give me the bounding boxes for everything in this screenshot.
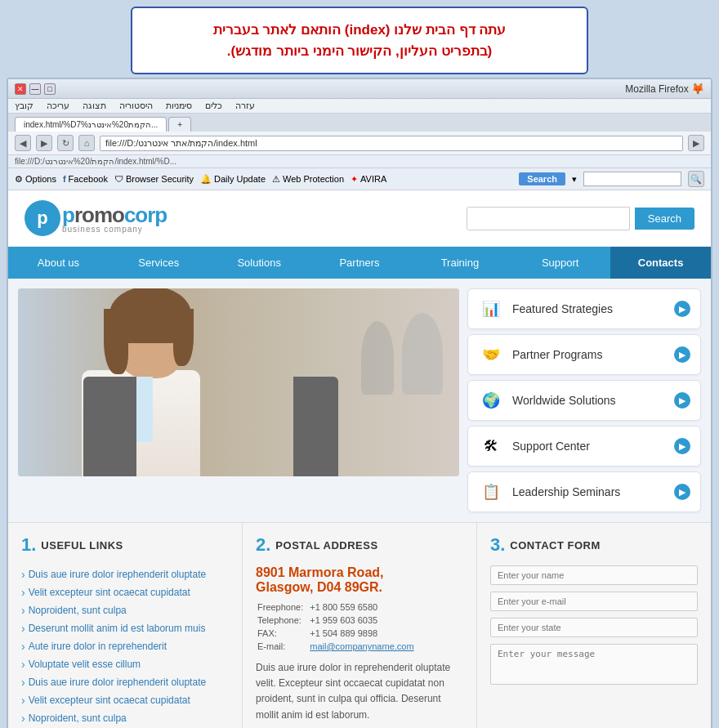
nav-solutions[interactable]: Solutions [209,247,310,279]
toolbar-options[interactable]: ⚙ Options [15,174,56,185]
site-header: p promocorp business company Search [8,190,711,247]
partner-programs-label: Partner Programs [512,348,666,361]
menu-history[interactable]: היסטוריה [119,100,153,111]
sidebar-cards: 📊 Featured Strategies ▶ 🤝 Partner Progra… [459,288,701,512]
contact-number: 3. [490,534,505,556]
nav-services[interactable]: Services [109,247,209,279]
contact-title: CONTACT FORM [510,539,600,552]
search-area: Search [467,207,694,230]
maximize-btn[interactable]: □ [44,83,56,95]
site-logo: p promocorp business company [25,200,167,236]
security-icon: 🛡 [114,174,123,184]
support-center-icon: 🛠 [478,433,504,459]
contact-form [490,565,698,693]
menu-bookmarks[interactable]: סימניות [166,100,192,111]
message-textarea[interactable] [490,644,698,685]
telephone-label: Telephone: [257,614,308,626]
state-input[interactable] [490,618,698,637]
card-worldwide-solutions[interactable]: 🌍 Worldwide Solutions ▶ [467,380,701,421]
useful-links-list: Duis aue irure dolor irephenderit olupta… [21,565,229,727]
toolbar-dailyupdate[interactable]: 🔔 Daily Update [200,174,266,185]
nav-contacts[interactable]: Contacts [610,247,711,279]
contact-form-header: 3. CONTACT FORM [490,534,698,556]
options-icon: ⚙ [15,174,23,185]
card-support-center[interactable]: 🛠 Support Center ▶ [467,426,701,467]
freephone-label: Freephone: [257,601,308,613]
address-field[interactable]: file:///D:/הקמת/אתר אינטרנט/index.html [100,136,683,151]
toolbar-avira[interactable]: ✦ AVIRA [351,174,386,185]
email-link[interactable]: mail@companyname.com [310,641,413,651]
postal-table: Freephone: +1 800 559 6580 Telephone: +1… [256,600,421,654]
card-leadership-seminars[interactable]: 📋 Leadership Seminars ▶ [467,471,701,512]
link-item-1[interactable]: Duis aue irure dolor irephenderit olupta… [21,565,229,583]
nav-support[interactable]: Support [510,247,610,279]
email-label: E-mail: [257,641,308,652]
website-content: p promocorp business company Search Abou… [8,190,711,728]
link-item-2[interactable]: Velit excepteur sint ocaecat cupidatat [21,583,229,601]
browser-window: ✕ — □ Mozilla Firefox 🦊 עזרה כלים סימניו… [7,78,712,728]
link-item-8[interactable]: Velit excepteur sint ocaecat cupidatat [21,691,229,709]
postal-number: 2. [256,534,270,556]
useful-links-number: 1. [21,534,36,556]
toolbar-search-bar[interactable]: Search [519,172,565,185]
email-input[interactable] [490,592,698,611]
second-address-bar: file:///D:/הקמת/%20אינטרנט/index.html/%D… [8,155,711,168]
nav-training[interactable]: Training [409,247,510,279]
leadership-seminars-arrow: ▶ [674,484,690,500]
tooltip-box: עתה דף הבית שלנו (index) הותאם לאתר בעבר… [131,7,588,74]
browser-controls: ✕ — □ [15,83,56,95]
nav-about[interactable]: About us [8,247,109,279]
new-tab-btn[interactable]: + [168,117,191,132]
postal-address-section: 2. POSTAL ADDRESS 8901 Marmora Road, Gla… [243,523,477,728]
home-btn[interactable]: ⌂ [78,135,95,151]
toolbar-search-input[interactable] [583,172,681,186]
link-item-3[interactable]: Noproident, sunt culpa [21,601,229,619]
site-search-input[interactable] [467,207,630,230]
menu-tools[interactable]: כלים [205,100,222,111]
toolbar-search-dropdown[interactable]: ▾ [572,174,577,185]
toolbar-webprotection[interactable]: ⚠ Web Protection [272,174,344,185]
menu-view[interactable]: תצוגה [83,100,106,111]
menu-file[interactable]: קובץ [15,100,33,111]
toolbar-security[interactable]: 🛡 Browser Security [114,174,194,184]
browser-tabs: index.html/%D7%הקמת%20אינטרנ... + [8,114,711,132]
toolbar-facebook[interactable]: f Facebook [63,174,108,184]
toolbar-search-btn[interactable]: 🔍 [688,171,704,187]
worldwide-solutions-label: Worldwide Solutions [512,394,666,407]
site-search-button[interactable]: Search [635,208,694,230]
name-input[interactable] [490,565,698,585]
menu-edit[interactable]: עריכה [47,100,69,111]
hero-image [18,288,459,476]
link-item-7[interactable]: Duis aue irure dolor irephenderit olupta… [21,673,229,691]
featured-strategies-label: Featured Strategies [512,302,666,315]
freephone-value: +1 800 559 6580 [310,601,418,613]
active-tab[interactable]: index.html/%D7%הקמת%20אינטרנ... [15,117,167,132]
bottom-sections: 1. USEFUL LINKS Duis aue irure dolor ire… [8,522,711,728]
forward-btn[interactable]: ▶ [36,135,52,151]
worldwide-solutions-icon: 🌍 [478,387,504,413]
card-featured-strategies[interactable]: 📊 Featured Strategies ▶ [467,288,701,329]
telephone-value: +1 959 603 6035 [310,614,418,626]
go-btn[interactable]: ▶ [688,135,704,151]
navigation-bar: About us Services Solutions Partners Tra… [8,247,711,279]
menu-help[interactable]: עזרה [235,100,255,111]
browser-toolbar: ⚙ Options f Facebook 🛡 Browser Security … [8,168,711,190]
close-btn[interactable]: ✕ [15,83,26,95]
dailyupdate-icon: 🔔 [200,174,212,185]
back-btn[interactable]: ◀ [15,135,31,151]
useful-links-section: 1. USEFUL LINKS Duis aue irure dolor ire… [8,523,243,728]
avira-icon: ✦ [351,174,358,185]
link-item-9[interactable]: Noproident, sunt culpa [21,709,229,727]
link-item-5[interactable]: Aute irure dolor in reprehenderit [21,637,229,655]
postal-address-highlight: 8901 Marmora Road, Glasgow, D04 89GR. [256,565,463,595]
link-item-4[interactable]: Deserunt mollit anim id est laborum muis [21,619,229,637]
card-partner-programs[interactable]: 🤝 Partner Programs ▶ [467,334,701,375]
featured-strategies-arrow: ▶ [674,301,690,317]
nav-partners[interactable]: Partners [310,247,410,279]
reload-btn[interactable]: ↻ [57,135,74,151]
link-item-6[interactable]: Voluptate velit esse cillum [21,655,229,673]
support-center-arrow: ▶ [674,438,690,454]
browser-title: Mozilla Firefox 🦊 [625,83,704,95]
postal-title: POSTAL ADDRESS [275,539,377,552]
minimize-btn[interactable]: — [29,83,41,95]
